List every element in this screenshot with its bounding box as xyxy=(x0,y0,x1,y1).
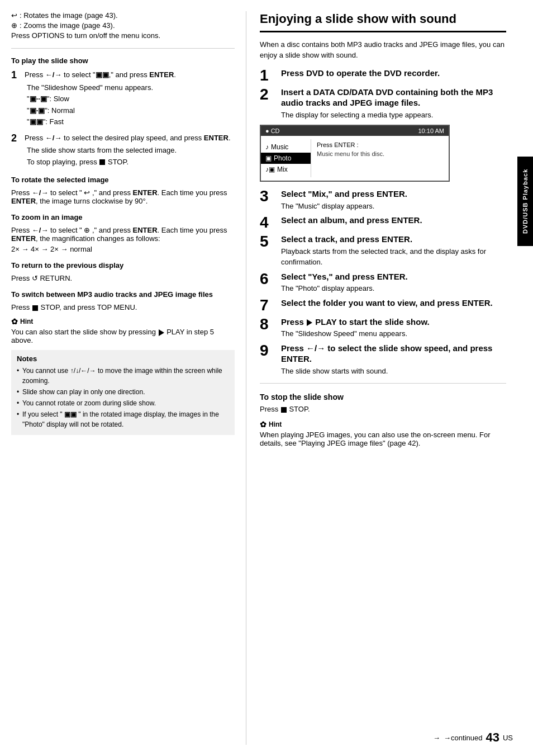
normal-option: "▣·▣": Normal xyxy=(27,105,235,116)
play-step-1: 1 Press ←/→ to select "▣▣," and press EN… xyxy=(11,69,235,128)
right-step-7: 7 Select the folder you want to view, an… xyxy=(260,297,506,313)
play-step-2-text: Press ←/→ to select the desired play spe… xyxy=(25,134,231,142)
right-hint-section: ✿ Hint When playing JPEG images, you can… xyxy=(260,420,506,447)
dvd-icon-disc: ● CD xyxy=(265,127,280,134)
music-label: Music xyxy=(271,143,288,151)
right-step-4: 4 Select an album, and press ENTER. xyxy=(260,215,506,230)
divider xyxy=(260,383,506,384)
zoom-icon-inline: ⊕ xyxy=(84,226,90,234)
right-step-4-content: Select an album, and press ENTER. xyxy=(281,215,506,226)
right-step-1-number: 1 xyxy=(260,68,278,83)
right-step-9-sub: The slide show starts with sound. xyxy=(281,366,506,377)
hint-icon-left: ✿ xyxy=(11,317,18,326)
right-step-3-content: Select "Mix," and press ENTER. The "Musi… xyxy=(281,188,506,211)
right-step-5-number: 5 xyxy=(260,234,278,249)
play-step-1-text: Press ←/→ to select "▣▣," and press ENTE… xyxy=(25,70,176,79)
page-suffix: US xyxy=(503,734,513,742)
play-step-1-content: Press ←/→ to select "▣▣," and press ENTE… xyxy=(25,69,235,128)
right-step-8-number: 8 xyxy=(260,316,278,332)
right-step-2-content: Insert a DATA CD/DATA DVD containing bot… xyxy=(281,87,506,121)
rotate-icon: ↩ xyxy=(11,11,17,20)
photo-label: Photo xyxy=(274,154,291,162)
right-step-2-number: 2 xyxy=(260,87,278,102)
page-number: 43 xyxy=(486,730,499,745)
right-step-8-content: Press PLAY to start the slide show. The … xyxy=(281,316,506,339)
play-step-1-sub: The "Slideshow Speed" menu appears. "▣··… xyxy=(27,82,235,127)
dvd-press-enter: Press ENTER : xyxy=(317,141,443,148)
slideshow-speed-label: The "Slideshow Speed" menu appears. xyxy=(27,82,235,93)
right-step-9: 9 Press ←/→ to select the slide show spe… xyxy=(260,343,506,377)
notes-item-3: You cannot rotate or zoom during slide s… xyxy=(17,398,229,408)
left-top-section: ↩ : Rotates the image (page 43). ⊕ : Zoo… xyxy=(11,11,235,49)
play-step-2-number: 2 xyxy=(11,133,21,145)
right-step-6: 6 Select "Yes," and press ENTER. The "Ph… xyxy=(260,271,506,294)
switch-section: To switch between MP3 audio tracks and J… xyxy=(11,290,235,311)
dvd-menu-mix: ♪▣ Mix xyxy=(261,164,311,175)
stop-body: Press STOP. xyxy=(260,405,506,413)
continued-arrow: → xyxy=(433,734,440,742)
notes-item-4: If you select " ▣▣ " in the rotated imag… xyxy=(17,409,229,429)
continued-text: →continued xyxy=(444,734,482,742)
right-step-8-sub: The "Slideshow Speed" menu appears. xyxy=(281,328,506,339)
left-column: ↩ : Rotates the image (page 43). ⊕ : Zoo… xyxy=(11,11,246,745)
right-step-9-number: 9 xyxy=(260,343,278,358)
page-footer: → →continued 43 US xyxy=(433,730,513,745)
play-step-2: 2 Press ←/→ to select the desired play s… xyxy=(11,133,235,168)
right-step-7-number: 7 xyxy=(260,297,278,313)
dvd-menu: ♪ Music ▣ Photo ♪▣ Mix xyxy=(261,139,311,177)
icon-line-rotate: ↩ : Rotates the image (page 43). xyxy=(11,11,235,20)
right-step-6-number: 6 xyxy=(260,271,278,287)
stop-symbol-right xyxy=(281,407,287,413)
dvd-desc: Music menu for this disc. xyxy=(317,150,443,157)
right-hint-label: ✿ Hint xyxy=(260,420,506,429)
left-hint-section: ✿ Hint You can also start the slide show… xyxy=(11,317,235,344)
zoom-icon: ⊕ xyxy=(11,21,17,30)
notes-list: You cannot use ↑/↓/←/→ to move the image… xyxy=(17,366,229,429)
right-step-2-sub: The display for selecting a media type a… xyxy=(281,110,506,121)
right-step-3-main: Select "Mix," and press ENTER. xyxy=(281,188,506,200)
play-slide-show-header: To play the slide show xyxy=(11,56,235,65)
dvd-header-icons: ● CD xyxy=(265,127,280,134)
notes-item-1: You cannot use ↑/↓/←/→ to move the image… xyxy=(17,366,229,386)
left-hint-label: ✿ Hint xyxy=(11,317,235,326)
right-step-8: 8 Press PLAY to start the slide show. Th… xyxy=(260,316,506,339)
right-step-9-content: Press ←/→ to select the slide show speed… xyxy=(281,343,506,377)
stop-symbol-1 xyxy=(99,159,105,165)
mix-label: Mix xyxy=(277,166,288,173)
rotate-body: Press ←/→ to select " ↩ ," and press ENT… xyxy=(11,188,235,205)
options-text: Press OPTIONS to turn on/off the menu ic… xyxy=(11,31,160,40)
dvd-display: ● CD 10:10 AM ♪ Music ▣ Photo xyxy=(260,125,450,182)
right-step-7-main: Select the folder you want to view, and … xyxy=(281,297,506,309)
zoom-text: : Zooms the image (page 43). xyxy=(20,21,115,30)
right-step-6-main: Select "Yes," and press ENTER. xyxy=(281,271,506,282)
return-body: Press ↺ RETURN. xyxy=(11,274,235,282)
right-step-8-main: Press PLAY to start the slide show. xyxy=(281,316,506,328)
play-step-1-number: 1 xyxy=(11,69,21,82)
slow-option: "▣··▣": Slow xyxy=(27,93,235,105)
play-symbol-hint xyxy=(159,329,164,336)
rotate-text: : Rotates the image (page 43). xyxy=(20,11,118,20)
rotate-header: To rotate the selected image xyxy=(11,176,235,184)
right-step-5-main: Select a track, and press ENTER. xyxy=(281,234,506,245)
notes-title: Notes xyxy=(17,355,229,363)
stop-symbol-2 xyxy=(32,305,38,311)
icon-line-zoom: ⊕ : Zooms the image (page 43). xyxy=(11,21,235,30)
right-step-5-sub: Playback starts from the selected track,… xyxy=(281,246,506,268)
hint-icon-right: ✿ xyxy=(260,420,266,429)
dvd-menu-music: ♪ Music xyxy=(261,141,311,153)
return-header: To return to the previous display xyxy=(11,261,235,270)
right-step-4-main: Select an album, and press ENTER. xyxy=(281,215,506,226)
notes-box: Notes You cannot use ↑/↓/←/→ to move the… xyxy=(11,350,235,435)
right-column: Enjoying a slide show with sound When a … xyxy=(246,11,506,745)
right-hint-text: When playing JPEG images, you can also u… xyxy=(260,431,506,447)
play-symbol-8 xyxy=(307,319,312,326)
right-step-4-number: 4 xyxy=(260,215,278,230)
rotate-icon-inline: ↩ xyxy=(84,188,90,197)
right-step-1-main: Press DVD to operate the DVD recorder. xyxy=(281,68,506,79)
right-step-7-content: Select the folder you want to view, and … xyxy=(281,297,506,309)
dvd-display-right-panel: Press ENTER : Music menu for this disc. xyxy=(311,139,449,177)
music-icon: ♪ xyxy=(265,143,269,151)
switch-body: Press STOP, and press TOP MENU. xyxy=(11,303,235,311)
right-step-3: 3 Select "Mix," and press ENTER. The "Mu… xyxy=(260,188,506,211)
stop-section: To stop the slide show Press STOP. xyxy=(260,393,506,413)
